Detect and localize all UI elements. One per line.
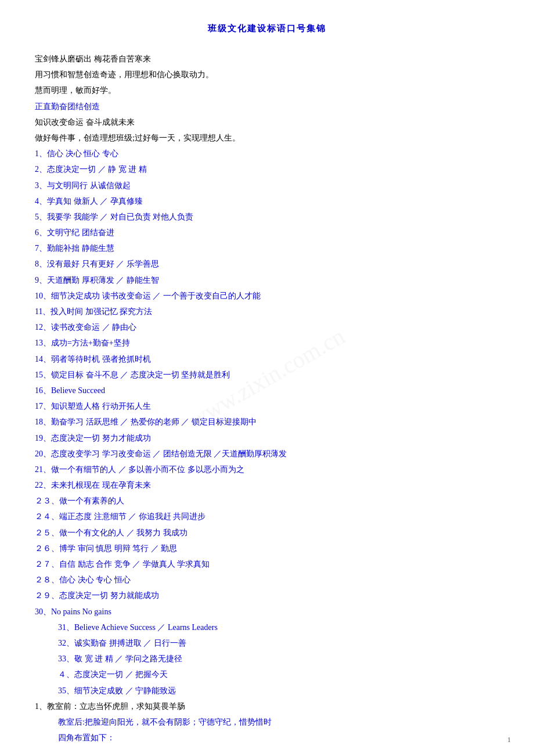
content-line: 14、弱者等待时机 强者抢抓时机: [35, 352, 499, 366]
content-block: 宝剑锋从磨砺出 梅花香自苦寒来用习惯和智慧创造奇迹，用理想和信心换取动力。慧而明…: [35, 52, 499, 745]
content-line: 33、敬 宽 进 精 ／ 学问之路无捷径: [35, 651, 499, 666]
content-line: 19、态度决定一切 努力才能成功: [35, 431, 499, 445]
content-line: 16、Believe Succeed: [35, 383, 499, 398]
content-line: 35、细节决定成败 ／ 宁静能致远: [35, 683, 499, 698]
content-line: 9、天道酬勤 厚积薄发 ／ 静能生智: [35, 273, 499, 287]
content-line: 18、勤奋学习 活跃思维 ／ 热爱你的老师 ／ 锁定目标迎接期中: [35, 415, 499, 429]
content-line: 10、细节决定成功 读书改变命运 ／ 一个善于改变自己的人才能: [35, 289, 499, 303]
content-line: ２３、做一个有素养的人: [35, 494, 499, 508]
content-line: 用习惯和智慧创造奇迹，用理想和信心换取动力。: [35, 67, 499, 82]
content-line: 22、未来扎根现在 现在孕育未来: [35, 478, 499, 492]
page-title: 班级文化建设标语口号集锦: [35, 23, 499, 34]
content-line: 2、态度决定一切 ／ 静 宽 进 精: [35, 162, 499, 177]
content-line: 慧而明理，敏而好学。: [35, 83, 499, 98]
content-line: 5、我要学 我能学 ／ 对自已负责 对他人负责: [35, 210, 499, 224]
content-line: 30、No pains No gains: [35, 604, 499, 619]
content-line: ２５、做一个有文化的人 ／ 我努力 我成功: [35, 525, 499, 540]
content-line: ２８、信心 决心 专心 恒心: [35, 573, 499, 587]
content-line: 正直勤奋团结创造: [35, 99, 499, 114]
page-number: 1: [507, 736, 511, 744]
content-line: 13、成功=方法+勤奋+坚持: [35, 336, 499, 350]
content-line: ２９、态度决定一切 努力就能成功: [35, 588, 499, 603]
content-line: 12、读书改变命运 ／ 静由心: [35, 320, 499, 334]
content-line: 11、投入时间 加强记忆 探究方法: [35, 304, 499, 319]
content-line: ２７、自信 励志 合作 竞争 ／ 学做真人 学求真知: [35, 557, 499, 571]
content-line: 6、文明守纪 团结奋进: [35, 225, 499, 240]
content-line: 4、学真知 做新人 ／ 孕真修臻: [35, 194, 499, 208]
content-line: 宝剑锋从磨砺出 梅花香自苦寒来: [35, 52, 499, 66]
content-line: 17、知识塑造人格 行动开拓人生: [35, 399, 499, 413]
content-line: 15、锁定目标 奋斗不息 ／ 态度决定一切 坚持就是胜利: [35, 368, 499, 382]
content-line: 31、Believe Achieve Success ／ Learns Lead…: [35, 620, 499, 635]
content-line: 1、信心 决心 恒心 专心: [35, 146, 499, 161]
content-line: 1、教室前：立志当怀虎胆，求知莫畏羊肠: [35, 699, 499, 714]
content-line: 21、做一个有细节的人 ／ 多以善小而不位 多以恶小而为之: [35, 462, 499, 477]
content-line: 7、勤能补拙 静能生慧: [35, 241, 499, 255]
content-line: ２４、端正态度 注意细节 ／ 你追我赶 共同进步: [35, 509, 499, 524]
content-line: 32、诚实勤奋 拼搏进取 ／ 日行一善: [35, 636, 499, 650]
content-line: ２６、博学 审问 慎思 明辩 笃行 ／ 勤思: [35, 541, 499, 556]
content-line: 8、没有最好 只有更好 ／ 乐学善思: [35, 257, 499, 271]
content-line: 做好每件事，创造理想班级;过好每一天，实现理想人生。: [35, 131, 499, 145]
content-line: 教室后:把脸迎向阳光，就不会有阴影；守德守纪，惜势惜时: [35, 715, 499, 729]
content-line: 知识改变命运 奋斗成就未来: [35, 115, 499, 129]
content-line: 20、态度改变学习 学习改变命运 ／ 团结创造无限 ／天道酬勤厚积薄发: [35, 447, 499, 461]
content-line: ４、态度决定一切 ／ 把握今天: [35, 667, 499, 682]
content-line: 四角布置如下：: [35, 730, 499, 745]
content-line: 3、与文明同行 从诚信做起: [35, 178, 499, 193]
